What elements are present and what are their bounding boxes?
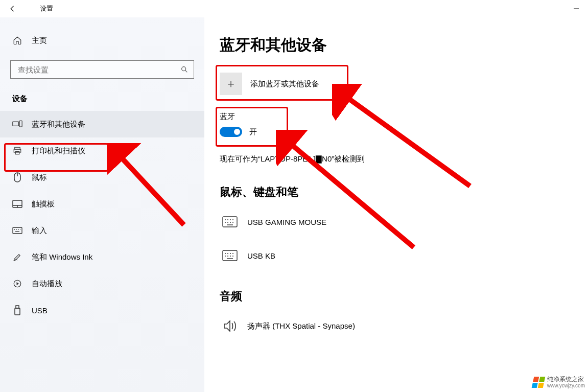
svg-rect-32: [223, 250, 237, 261]
search-field[interactable]: [11, 65, 175, 74]
search-input[interactable]: [10, 60, 194, 79]
sidebar-item-label: 触摸板: [32, 199, 55, 209]
plus-icon: ＋: [220, 73, 242, 95]
svg-rect-21: [15, 308, 20, 315]
bluetooth-state: 开: [249, 127, 257, 137]
keyboard-icon: [220, 246, 240, 265]
sidebar-item-pen[interactable]: 笔和 Windows Ink: [0, 244, 204, 270]
annotation-arrow: [332, 84, 475, 191]
add-device-button[interactable]: ＋ 添加蓝牙或其他设备: [220, 70, 319, 98]
sidebar-item-touchpad[interactable]: 触摸板: [0, 191, 204, 217]
touchpad-icon: [12, 200, 22, 208]
svg-line-2: [185, 71, 187, 73]
svg-rect-13: [13, 227, 22, 234]
watermark-line1: 纯净系统之家: [547, 376, 585, 383]
bluetooth-status: 现在可作为“LAPTOP-8PE1J▇N0”被检测到: [220, 154, 573, 164]
sidebar-item-label: 蓝牙和其他设备: [32, 120, 85, 129]
devices-icon: [12, 120, 22, 128]
search-icon: [175, 61, 194, 78]
back-button[interactable]: [0, 0, 26, 17]
sidebar-item-printers[interactable]: 打印机和扫描仪: [0, 137, 204, 164]
pen-icon: [12, 252, 22, 262]
printer-icon: [12, 146, 22, 155]
sidebar-item-label: USB: [32, 306, 48, 315]
home-link[interactable]: 主页: [0, 28, 204, 53]
device-row[interactable]: USB GAMING MOUSE: [220, 209, 573, 235]
sidebar-item-usb[interactable]: USB: [0, 297, 204, 324]
sidebar-item-label: 自动播放: [32, 279, 62, 289]
sidebar-item-label: 输入: [32, 226, 47, 236]
sidebar-item-label: 打印机和扫描仪: [32, 146, 85, 156]
group-heading-input: 鼠标、键盘和笔: [220, 185, 573, 200]
svg-rect-4: [19, 121, 22, 127]
group-heading-audio: 音频: [220, 289, 573, 304]
watermark: 纯净系统之家 www.ycwjzy.com: [533, 376, 585, 389]
bluetooth-toggle[interactable]: [220, 127, 242, 137]
device-name: USB KB: [247, 251, 275, 260]
home-icon: [12, 36, 22, 45]
sidebar-item-autoplay[interactable]: 自动播放: [0, 270, 204, 297]
usb-icon: [12, 305, 22, 315]
mouse-icon: [12, 172, 22, 182]
page-title: 蓝牙和其他设备: [220, 35, 573, 56]
minimize-button[interactable]: [565, 0, 588, 17]
sidebar: 主页 设备 蓝牙和其他设备: [0, 17, 204, 392]
watermark-line2: www.ycwjzy.com: [547, 383, 585, 389]
device-row[interactable]: USB KB: [220, 243, 573, 268]
sidebar-item-label: 鼠标: [32, 173, 47, 182]
svg-rect-6: [14, 149, 21, 152]
svg-rect-7: [15, 152, 19, 154]
section-label: 设备: [0, 89, 204, 111]
sidebar-item-bluetooth[interactable]: 蓝牙和其他设备: [0, 111, 204, 137]
keyboard-icon: [12, 227, 22, 234]
keyboard-icon: [220, 213, 240, 231]
svg-point-1: [182, 67, 186, 71]
device-name: USB GAMING MOUSE: [247, 218, 326, 226]
watermark-logo-icon: [531, 377, 545, 388]
svg-rect-3: [13, 122, 19, 126]
svg-rect-22: [223, 217, 237, 227]
autoplay-icon: [12, 279, 22, 288]
window-title: 设置: [40, 4, 53, 13]
titlebar: 设置: [0, 0, 588, 17]
bluetooth-label: 蓝牙: [220, 112, 257, 122]
sidebar-item-typing[interactable]: 输入: [0, 217, 204, 244]
device-row[interactable]: 扬声器 (THX Spatial - Synapse): [220, 313, 573, 339]
sidebar-item-mouse[interactable]: 鼠标: [0, 164, 204, 191]
add-device-label: 添加蓝牙或其他设备: [250, 79, 319, 89]
main-content: 蓝牙和其他设备 ＋ 添加蓝牙或其他设备 蓝牙 开 现在可作为“LAPTOP-8P…: [204, 17, 588, 392]
sidebar-item-label: 笔和 Windows Ink: [32, 252, 92, 262]
home-label: 主页: [32, 36, 47, 45]
device-name: 扬声器 (THX Spatial - Synapse): [247, 321, 355, 331]
speaker-icon: [220, 317, 240, 335]
